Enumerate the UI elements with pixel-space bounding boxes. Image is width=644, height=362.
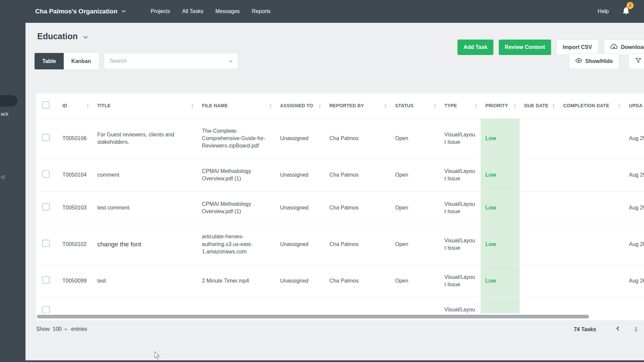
cell-id: T0050099 — [58, 264, 93, 297]
cell-title: comment — [93, 159, 197, 191]
sort-icon[interactable]: ▲▼ — [552, 103, 555, 109]
column-header-id[interactable]: ID▲▼ — [58, 94, 93, 118]
show-hide-label: Show/Hide — [585, 58, 613, 64]
nav-link-reports[interactable]: Reports — [252, 8, 271, 15]
sort-icon[interactable]: ▲▼ — [86, 103, 89, 109]
table-row-partial[interactable]: Visual/Layout — [36, 297, 644, 313]
entries-control: Show 100 entries — [36, 325, 87, 333]
download-csv-button[interactable]: Download C — [604, 40, 644, 55]
cell-completion — [558, 297, 624, 313]
column-header-file-name[interactable]: FILE NAME▲▼ — [197, 94, 275, 118]
entries-label: entries — [71, 325, 87, 333]
cell-type: Visual/Layout Issue — [440, 224, 481, 264]
cell-id: T0050106 — [58, 118, 93, 159]
sort-icon[interactable]: ▲▼ — [474, 103, 477, 109]
task-count: 74 Tasks — [574, 326, 596, 333]
review-content-button[interactable]: Review Content — [499, 40, 551, 55]
navbar-right: Help 2 — [598, 0, 631, 23]
cell-priority: Low — [481, 159, 520, 191]
nav-link-all-tasks[interactable]: All Tasks — [182, 8, 203, 15]
sort-icon[interactable]: ▲▼ — [513, 103, 516, 109]
scrollbar-thumb[interactable] — [37, 315, 589, 318]
project-selector[interactable]: Education — [37, 31, 89, 42]
table-row[interactable]: T0050099test2 Minute Timer.mp4Unassigned… — [36, 264, 644, 297]
cell-title: change the font — [93, 224, 197, 264]
chevron-down-icon[interactable] — [228, 59, 233, 64]
row-checkbox[interactable] — [42, 306, 50, 313]
cell-assigned: Unassigned — [275, 264, 325, 297]
cell-id: T0050103 — [58, 191, 93, 224]
column-header-priority[interactable]: PRIORITY▲▼ — [481, 94, 520, 118]
column-header-assigned-to[interactable]: ASSIGNED TO▲▼ — [275, 94, 325, 118]
cell-status: Open — [390, 264, 440, 297]
column-header-status[interactable]: STATUS▲▼ — [390, 94, 440, 118]
sort-icon[interactable]: ▲▼ — [384, 103, 387, 109]
column-header-reported-by[interactable]: REPORTED BY▲▼ — [325, 94, 390, 118]
cell-completion — [558, 191, 624, 224]
nav-link-projects[interactable]: Projects — [151, 8, 170, 15]
cell-file: The-Complete-Comprehensive-Guide-for-Rev… — [197, 118, 275, 159]
chevron-down-icon[interactable] — [83, 34, 89, 40]
column-header-completion-date[interactable]: COMPLETION DATE▲▼ — [558, 94, 624, 118]
help-link[interactable]: Help — [598, 8, 609, 15]
search-input[interactable] — [104, 58, 228, 64]
table-row[interactable]: T0050102change the fontarticulate-heroes… — [36, 224, 644, 264]
pagination-prev-button[interactable] — [615, 325, 621, 334]
pagination-page-1[interactable]: 1 — [634, 326, 637, 333]
row-checkbox[interactable] — [42, 276, 50, 284]
column-header-upda[interactable]: UPDA▲▼ — [624, 94, 644, 118]
sidebar-label-fragment[interactable]: ack — [1, 111, 8, 117]
sort-icon[interactable]: ▲▼ — [269, 103, 272, 109]
search-box[interactable] — [104, 53, 238, 69]
sort-icon[interactable]: ▲▼ — [191, 103, 194, 109]
action-buttons: Add Task Review Content Import CSV Downl… — [458, 40, 644, 55]
table-row[interactable]: T0050104commentCPMAI Methodology Overvie… — [36, 159, 644, 191]
bell-icon — [622, 10, 631, 16]
row-checkbox[interactable] — [42, 240, 50, 247]
cell-reported: Cha Palmos — [325, 191, 390, 224]
tab-table[interactable]: Table — [35, 53, 64, 69]
cell-id — [58, 297, 93, 313]
sort-icon[interactable]: ▲▼ — [433, 103, 436, 109]
sidebar-collapsed-item[interactable] — [0, 95, 17, 107]
entries-per-page-select[interactable]: 100 — [53, 325, 68, 333]
show-hide-columns-button[interactable]: Show/Hide — [569, 53, 619, 69]
cell-due — [520, 191, 558, 224]
horizontal-scrollbar[interactable] — [36, 313, 644, 320]
cell-assigned: Unassigned — [275, 159, 325, 191]
org-switcher[interactable]: Cha Palmos's Organization — [35, 7, 126, 16]
column-header-type[interactable]: TYPE▲▼ — [440, 94, 481, 118]
cell-file: CPMAI Methodology Overview.pdf (1) — [197, 191, 275, 224]
cell-type: Visual/Layout Issue — [440, 191, 481, 224]
row-checkbox[interactable] — [42, 170, 50, 178]
sort-icon[interactable]: ▲▼ — [618, 103, 621, 109]
view-toggle: Table Kanban — [35, 53, 99, 69]
cell-priority — [481, 297, 520, 313]
import-csv-button[interactable]: Import CSV — [556, 40, 598, 55]
add-task-button[interactable]: Add Task — [458, 40, 493, 55]
table-header-row: ID▲▼TITLE▲▼FILE NAME▲▼ASSIGNED TO▲▼REPOR… — [36, 94, 644, 118]
filter-button[interactable]: Filt — [629, 53, 644, 69]
funnel-icon — [635, 57, 642, 65]
tab-kanban[interactable]: Kanban — [64, 53, 99, 69]
table-row[interactable]: T0050103test commentCPMAI Methodology Ov… — [36, 191, 644, 224]
column-header-title[interactable]: TITLE▲▼ — [93, 94, 197, 118]
row-checkbox[interactable] — [42, 134, 50, 141]
column-header-due-date[interactable]: DUE DATE▲▼ — [520, 94, 558, 118]
cell-file — [197, 297, 275, 313]
mouse-cursor — [154, 351, 161, 362]
sort-icon[interactable]: ▲▼ — [318, 103, 321, 109]
row-checkbox[interactable] — [42, 203, 50, 210]
cell-updated — [624, 297, 644, 313]
table-row[interactable]: T0050106For Guest reviewers, clients and… — [36, 118, 644, 159]
select-all-checkbox[interactable] — [42, 101, 50, 109]
cell-file: articulate-heroes-authoring.s3.us-east-1… — [197, 224, 275, 264]
cell-assigned — [275, 297, 325, 313]
nav-link-messages[interactable]: Messages — [215, 8, 240, 15]
cell-priority: Low — [481, 224, 520, 264]
notifications-button[interactable]: 2 — [622, 6, 631, 17]
top-navbar: Cha Palmos's Organization ProjectsAll Ta… — [0, 0, 644, 23]
cell-completion — [558, 264, 624, 297]
cell-updated: Aug 26 — [624, 264, 644, 297]
cell-priority: Low — [481, 264, 520, 297]
